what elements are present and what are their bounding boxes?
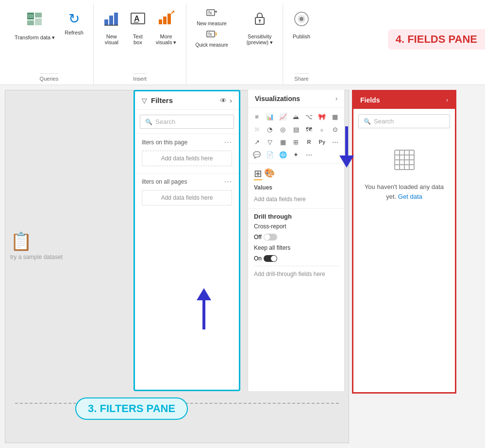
svg-rect-13 xyxy=(159,19,162,24)
quick-measure-button[interactable]: fx Quick measure xyxy=(192,29,231,49)
publish-button[interactable]: Publish xyxy=(289,8,314,42)
viz-cross-report-row: Cross-report xyxy=(254,223,338,230)
filters-section-all: ilters on all pages ··· Add data fields … xyxy=(135,173,239,212)
viz-header: Visualizations › xyxy=(248,90,344,108)
svg-marker-30 xyxy=(339,155,354,168)
viz-area-chart[interactable]: ⛰ xyxy=(290,111,302,122)
viz-add-drill-label[interactable]: Add drill-through fields here xyxy=(254,271,325,277)
svg-rect-0 xyxy=(27,13,34,19)
viz-bar-chart[interactable]: 📊 xyxy=(264,111,276,122)
ribbon-group-share: Publish Share xyxy=(283,4,320,85)
ribbon-group-sensitivity: Sensitivity(preview) ▾ xyxy=(237,4,283,85)
publish-icon xyxy=(293,11,310,31)
fields-pane: Fields › 🔍 Search You haven't loaded any… xyxy=(352,90,456,394)
svg-text:fx: fx xyxy=(208,32,212,37)
svg-point-28 xyxy=(300,17,303,21)
fields-search-icon: 🔍 xyxy=(364,118,371,125)
viz-pie[interactable]: ◔ xyxy=(264,123,276,135)
filters-page-header: ilters on this page ··· xyxy=(142,138,232,147)
svg-rect-6 xyxy=(104,19,108,25)
viz-custom1[interactable]: ✦ xyxy=(290,149,302,160)
text-box-button[interactable]: A Textbox xyxy=(126,8,150,48)
more-visuals-icon xyxy=(158,11,174,31)
viz-keep-filters-track[interactable] xyxy=(264,255,277,262)
viz-slicer[interactable]: ▽ xyxy=(264,136,276,148)
viz-values-area: Values Add data fields here xyxy=(254,184,338,205)
fields-get-data-link[interactable]: Get data xyxy=(398,193,422,200)
viz-drill-title: Drill through xyxy=(254,213,338,220)
viz-ribbon-chart[interactable]: 🎀 xyxy=(316,111,328,122)
canvas-placeholder-icon: 📋 xyxy=(10,231,32,252)
viz-chevron[interactable]: › xyxy=(335,95,337,102)
transform-data-button[interactable]: Transform data ▾ xyxy=(11,8,59,44)
filters-all-add-data[interactable]: Add data fields here xyxy=(142,190,232,206)
ribbon-group-queries: Transform data ▾ ↻ Refresh Queries xyxy=(5,4,94,85)
viz-cross-report-toggle[interactable]: Off xyxy=(254,234,338,241)
filters-all-header: ilters on all pages ··· xyxy=(142,177,232,186)
viz-map[interactable]: 🗺 xyxy=(303,123,315,135)
sensitivity-button[interactable]: Sensitivity(preview) ▾ xyxy=(243,8,277,49)
filters-page-add-data[interactable]: Add data fields here xyxy=(142,151,232,166)
svg-text:A: A xyxy=(134,15,140,23)
svg-rect-7 xyxy=(109,16,113,25)
new-visual-icon xyxy=(103,11,120,31)
filters-annotation-text: 3. FILTERS PANE xyxy=(88,402,175,414)
filters-chevron-right[interactable]: › xyxy=(230,97,232,104)
svg-rect-8 xyxy=(114,13,118,25)
viz-format-paint-icon[interactable]: 🎨 xyxy=(264,168,275,180)
filters-search-icon: 🔍 xyxy=(145,119,152,125)
fields-chevron[interactable]: › xyxy=(446,97,448,103)
fields-empty-icon xyxy=(392,148,417,176)
viz-treemap[interactable]: ▤ xyxy=(290,123,302,135)
more-visuals-label: Morevisuals ▾ xyxy=(156,34,177,46)
viz-add-data[interactable]: Add data fields here xyxy=(254,194,338,205)
viz-table[interactable]: ▦ xyxy=(277,136,289,148)
filters-title: Filters xyxy=(151,96,220,104)
ribbon: Transform data ▾ ↻ Refresh Queries xyxy=(0,0,485,85)
viz-kpi[interactable]: ↗ xyxy=(251,136,263,148)
filters-pane-arrow xyxy=(184,286,223,336)
queries-group-label: Queries xyxy=(40,73,59,85)
new-visual-button[interactable]: Newvisual xyxy=(100,8,124,48)
viz-smart[interactable]: 📄 xyxy=(264,149,276,160)
new-measure-button[interactable]: fx New measure xyxy=(192,8,231,27)
viz-matrix[interactable]: ⊞ xyxy=(290,136,302,148)
filters-header: ▽ Filters 👁 › xyxy=(135,91,239,110)
viz-qa[interactable]: 💬 xyxy=(251,149,263,160)
viz-scatter[interactable]: ⁙ xyxy=(251,123,263,135)
refresh-button[interactable]: ↻ Refresh xyxy=(61,8,87,38)
text-box-icon: A xyxy=(130,11,146,31)
more-visuals-button[interactable]: Morevisuals ▾ xyxy=(152,8,181,49)
text-box-label: Textbox xyxy=(133,34,143,45)
viz-waterfall[interactable]: ▦ xyxy=(329,111,341,122)
fields-search-box[interactable]: 🔍 Search xyxy=(358,114,450,128)
canvas-content: 📋 try a sample dataset xyxy=(10,231,63,260)
filters-section-page: ilters on this page ··· Add data fields … xyxy=(135,134,239,173)
refresh-label: Refresh xyxy=(65,30,84,35)
filters-page-label: ilters on this page xyxy=(142,139,187,146)
filters-all-dots[interactable]: ··· xyxy=(224,177,232,186)
filters-eye-icon[interactable]: 👁 xyxy=(220,97,227,104)
viz-format-fields-icon[interactable]: ⊞ xyxy=(254,168,262,180)
viz-values-label: Values xyxy=(254,184,338,191)
filters-page-dots[interactable]: ··· xyxy=(224,138,232,147)
viz-donut[interactable]: ◎ xyxy=(277,123,289,135)
sensitivity-label: Sensitivity(preview) ▾ xyxy=(247,34,273,46)
share-group-label: Share xyxy=(294,73,308,85)
viz-line-chart[interactable]: 📈 xyxy=(277,111,289,122)
viz-combo-chart[interactable]: ⌥ xyxy=(303,111,315,122)
fields-empty-text: You haven't loaded any data yet. Get dat… xyxy=(363,182,445,201)
viz-cross-report-label: Cross-report xyxy=(254,223,286,230)
viz-cross-report-track[interactable] xyxy=(264,234,277,241)
filters-search-box[interactable]: 🔍 Search xyxy=(140,115,234,129)
svg-point-24 xyxy=(259,19,261,21)
viz-custom2[interactable]: ⋯ xyxy=(303,149,315,160)
viz-keep-filters-toggle[interactable]: On xyxy=(254,255,338,262)
viz-arcgis[interactable]: 🌐 xyxy=(277,149,289,160)
viz-r-visual[interactable]: R xyxy=(303,136,315,148)
svg-rect-2 xyxy=(35,13,42,17)
viz-stacked-bar[interactable]: ≡ xyxy=(251,111,263,122)
fields-search-placeholder: Search xyxy=(374,118,394,125)
transform-data-label: Transform data ▾ xyxy=(15,34,55,41)
viz-keep-filters-row: Keep all filters xyxy=(254,244,338,251)
